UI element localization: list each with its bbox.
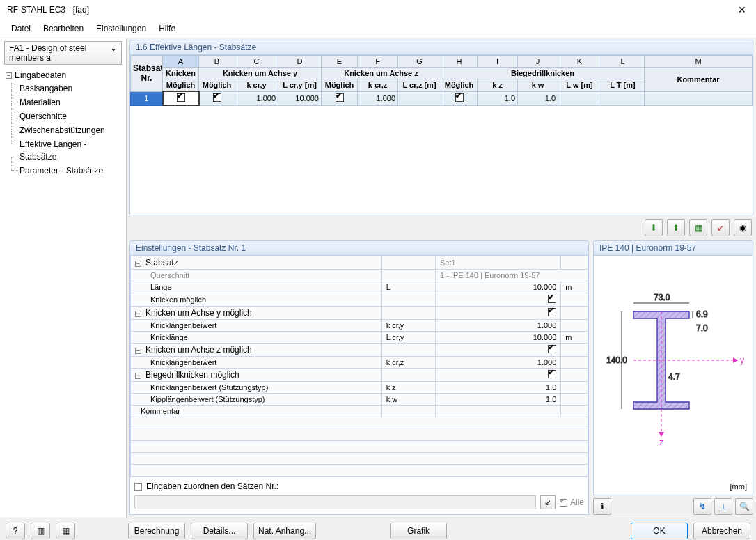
tree-item-materialien[interactable]: Materialien (19, 95, 123, 109)
col-lt-highlight: L T [m] (601, 79, 645, 92)
prop-bdk-checkbox[interactable] (548, 370, 556, 378)
tree-item-parameter[interactable]: Parameter - Stabsätze (19, 164, 123, 178)
tree-item-querschnitte[interactable]: Querschnitte (19, 109, 123, 123)
cell-kz[interactable]: 1.0 (478, 91, 518, 105)
cell-lt[interactable] (601, 91, 645, 105)
svg-text:4.7: 4.7 (668, 372, 680, 382)
menu-bar: Datei Bearbeiten Einstellungen Hilfe (0, 20, 756, 38)
dimensions-toggle-icon[interactable]: ⟂ (714, 498, 732, 515)
abbrechen-button[interactable]: Abbrechen (693, 523, 750, 539)
cross-section-diagram: 73.0 140.0 6.9 7.0 4.7 y z (602, 277, 748, 451)
unit-label: [mm] (730, 482, 747, 491)
table-toolbar: ⬇ ⬆ ▦ ↙ ◉ (129, 215, 756, 240)
cell-bdk-moeglich[interactable] (441, 91, 478, 105)
nav-tree: − Eingabedaten Basisangaben Materialien … (0, 66, 126, 180)
title-bar: RF-STAHL EC3 - [faq] ✕ (0, 0, 756, 20)
menu-settings[interactable]: Einstellungen (90, 22, 152, 35)
row-number[interactable]: 1 (131, 91, 163, 105)
zoom-icon[interactable]: 🔍 (735, 498, 753, 515)
bottom-bar: ? ▥ ▦ Berechnung Details... Nat. Anhang.… (0, 518, 756, 540)
close-icon[interactable]: ✕ (734, 3, 750, 17)
pick-from-model-icon[interactable]: ↙ (711, 219, 730, 236)
svg-text:6.9: 6.9 (696, 309, 708, 319)
load-case-label: FA1 - Design of steel members a (9, 43, 110, 63)
window-title: RF-STAHL EC3 - [faq] (7, 5, 89, 15)
prop-kny-checkbox[interactable] (548, 308, 556, 316)
assign-checkbox[interactable] (134, 483, 142, 491)
tree-item-eff-laengen[interactable]: Effektive Längen - Stabsätze (19, 137, 123, 164)
menu-file[interactable]: Datei (6, 22, 36, 35)
ok-button[interactable]: OK (631, 523, 688, 539)
col-lw-highlight: L w [m] (558, 79, 601, 92)
cross-section-title: IPE 140 | Euronorm 19-57 (593, 240, 753, 256)
main-table[interactable]: StabsatzNr. A B C D E F G H I J K L M (129, 55, 753, 215)
axis-toggle-icon[interactable]: ↯ (693, 498, 711, 515)
nat-anhang-button[interactable]: Nat. Anhang... (253, 523, 316, 539)
info-icon[interactable]: ℹ (593, 498, 611, 515)
col-stabsatz: StabsatzNr. (131, 56, 163, 92)
cell-knz-moeglich[interactable] (322, 91, 358, 105)
cell-kcrz[interactable]: 1.000 (358, 91, 398, 105)
pick-set-icon[interactable]: ↙ (540, 495, 556, 509)
details-button[interactable]: Details... (191, 523, 248, 539)
cell-kcry[interactable]: 1.000 (235, 91, 278, 105)
svg-marker-14 (659, 432, 664, 437)
svg-text:73.0: 73.0 (654, 293, 670, 302)
section-title: 1.6 Effektive Längen - Stabsätze (129, 40, 753, 55)
prop-knicken-checkbox[interactable] (548, 295, 556, 303)
export-excel-in-icon[interactable]: ⬆ (667, 219, 685, 236)
props-title: Einstellungen - Stabsatz Nr. 1 (129, 240, 589, 256)
cell-lcrz[interactable] (398, 91, 441, 105)
chevron-down-icon: ⌄ (110, 43, 117, 63)
tree-collapse-icon[interactable]: − (6, 72, 12, 79)
alle-checkbox[interactable] (560, 499, 567, 507)
assign-label: Eingaben zuordnen den Sätzen Nr.: (146, 481, 278, 491)
svg-text:140.0: 140.0 (606, 355, 627, 365)
cross-section-panel: IPE 140 | Euronorm 19-57 (593, 240, 753, 515)
cell-kommentar[interactable] (645, 91, 753, 105)
report-prev-icon[interactable]: ▥ (31, 523, 50, 539)
properties-panel: Einstellungen - Stabsatz Nr. 1 −Stabsatz… (129, 240, 589, 515)
cell-knicken-moeglich[interactable] (163, 91, 199, 105)
berechnung-button[interactable]: Berechnung (128, 523, 185, 539)
export-excel-out-icon[interactable]: ⬇ (645, 219, 663, 236)
load-case-dropdown[interactable]: FA1 - Design of steel members a ⌄ (4, 41, 122, 65)
help-icon[interactable]: ? (6, 523, 25, 539)
tree-root-label: Eingabedaten (15, 69, 66, 82)
svg-text:7.0: 7.0 (696, 323, 708, 333)
tree-item-basisangaben[interactable]: Basisangaben (19, 82, 123, 95)
col-lcrz-highlight: L cr,z [m] (398, 79, 441, 92)
view-mode-icon[interactable]: ◉ (734, 219, 752, 236)
svg-marker-13 (733, 357, 738, 363)
report-next-icon[interactable]: ▦ (56, 523, 75, 539)
cell-kny-moeglich[interactable] (199, 91, 235, 105)
tree-item-zwischen[interactable]: Zwischenabstützungen (19, 123, 123, 137)
grafik-button[interactable]: Grafik (390, 523, 447, 539)
menu-help[interactable]: Hilfe (153, 22, 181, 35)
menu-edit[interactable]: Bearbeiten (38, 22, 89, 35)
svg-text:z: z (659, 438, 663, 447)
assign-input (134, 495, 536, 509)
svg-text:y: y (740, 355, 744, 365)
cell-lcry[interactable]: 10.000 (278, 91, 322, 105)
prop-knz-checkbox[interactable] (548, 345, 556, 353)
sidebar: FA1 - Design of steel members a ⌄ − Eing… (0, 38, 127, 518)
cell-lw[interactable] (558, 91, 601, 105)
cell-kw[interactable]: 1.0 (518, 91, 558, 105)
export-excel-icon[interactable]: ▦ (689, 219, 707, 236)
